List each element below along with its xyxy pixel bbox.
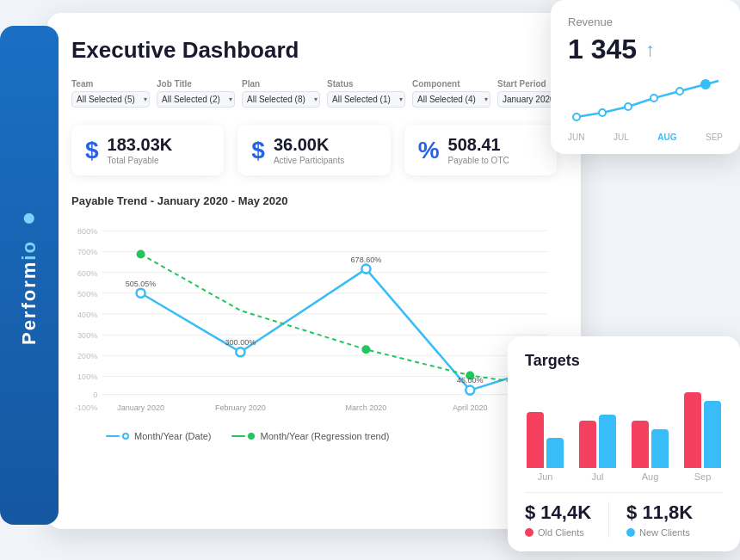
targets-group-jun [525, 391, 565, 468]
legend-circle-green [248, 433, 255, 440]
targets-month-jul: Jul [577, 471, 618, 482]
sidebar-logo: Performio ● [15, 205, 43, 345]
bar-aug-cyan [651, 429, 669, 468]
targets-card: Targets [508, 336, 740, 551]
revenue-chart-svg [568, 74, 723, 126]
new-clients-label: New Clients [626, 527, 693, 538]
filter-plan: Plan All Selected (8) [242, 79, 320, 108]
month-jul: JUL [614, 132, 629, 142]
svg-text:-100%: -100% [75, 403, 97, 412]
metric-value-1: 183.03K [108, 135, 173, 154]
legend-line-solid [106, 435, 120, 437]
filter-component-select[interactable]: All Selected (4) [412, 91, 490, 108]
bar-pair-sep [684, 391, 721, 468]
metric-total-payable: $ 183.03K Total Payable [71, 125, 224, 175]
month-jun: JUN [568, 132, 584, 142]
svg-text:800%: 800% [77, 227, 97, 236]
month-aug: AUG [657, 132, 676, 142]
filter-team-select[interactable]: All Selected (5) [71, 91, 150, 108]
svg-point-22 [466, 386, 474, 395]
filter-jobtitle: Job Title All Selected (2) [157, 79, 235, 108]
svg-text:0: 0 [93, 391, 97, 399]
targets-month-aug: Aug [630, 471, 670, 482]
targets-group-sep [682, 391, 723, 468]
svg-text:400%: 400% [77, 311, 97, 319]
svg-point-19 [137, 289, 145, 298]
percent-icon: % [418, 137, 440, 164]
svg-text:505.05%: 505.05% [126, 280, 157, 288]
bar-sep-red [684, 392, 701, 468]
bar-pair-jul [579, 391, 616, 468]
targets-values-separator [608, 502, 609, 538]
bar-jun-red [527, 412, 544, 468]
dollar-icon-2: $ [251, 137, 265, 164]
sidebar: Performio ● [0, 26, 59, 525]
targets-group-jul [577, 391, 618, 468]
legend-item-main: Month/Year (Date) [106, 431, 211, 441]
svg-text:300.00%: 300.00% [225, 338, 256, 347]
revenue-label: Revenue [568, 15, 723, 28]
targets-month-labels: Jun Jul Aug Sep [525, 471, 723, 482]
old-clients-block: $ 14,4K Old Clients [525, 502, 591, 538]
filter-status-label: Status [327, 79, 405, 89]
svg-text:600%: 600% [77, 269, 97, 278]
filter-startperiod-select[interactable]: January 2020 [497, 91, 557, 108]
targets-month-sep: Sep [682, 471, 723, 482]
new-clients-dot [626, 528, 635, 537]
revenue-card: Revenue 1 345 ↑ JUN JUL AUG SEP [551, 0, 740, 154]
filter-component: Component All Selected (4) [412, 79, 490, 108]
filter-jobtitle-select[interactable]: All Selected (2) [157, 91, 235, 108]
svg-text:700%: 700% [77, 248, 97, 256]
filter-status-select[interactable]: All Selected (1) [327, 91, 405, 108]
targets-title: Targets [525, 352, 723, 370]
filter-component-label: Component [412, 79, 490, 89]
svg-text:678.60%: 678.60% [351, 255, 382, 264]
metric-active-participants: $ 36.00K Active Participants [237, 125, 390, 175]
trend-chart-svg: 800% 700% 600% 500% 400% 300% 200% 100% … [71, 216, 557, 422]
old-clients-dot [525, 528, 533, 537]
metric-label-1: Total Payable [108, 156, 173, 165]
main-dashboard-card: Executive Dashboard Team All Selected (5… [47, 13, 581, 529]
filter-status: Status All Selected (1) [327, 79, 405, 108]
svg-text:500%: 500% [77, 290, 97, 298]
filter-plan-select[interactable]: All Selected (8) [242, 91, 320, 108]
svg-text:March 2020: March 2020 [346, 403, 387, 412]
bar-pair-jun [527, 391, 564, 468]
chart-title: Payable Trend - January 2020 - May 2020 [71, 194, 557, 207]
metric-value-2: 36.00K [274, 135, 344, 154]
filter-plan-label: Plan [242, 79, 320, 89]
metric-payable-otc: % 508.41 Payable to OTC [404, 125, 557, 175]
bar-jul-cyan [599, 415, 616, 468]
targets-values: $ 14,4K Old Clients $ 11,8K New Clients [525, 502, 723, 538]
filter-startperiod: Start Period January 2020 [497, 79, 557, 108]
new-clients-amount: $ 11,8K [626, 502, 693, 524]
svg-point-20 [236, 348, 244, 356]
svg-point-35 [573, 114, 580, 120]
revenue-up-arrow-icon: ↑ [645, 39, 655, 61]
revenue-value-row: 1 345 ↑ [568, 34, 723, 65]
targets-bars-area [525, 382, 723, 468]
svg-point-25 [362, 346, 369, 353]
svg-text:200%: 200% [77, 352, 97, 360]
bar-jun-cyan [546, 438, 564, 468]
svg-point-37 [625, 103, 632, 110]
filter-startperiod-label: Start Period [497, 79, 557, 89]
svg-text:April 2020: April 2020 [453, 403, 488, 412]
revenue-value: 1 345 [568, 34, 637, 65]
metric-label-2: Active Participants [274, 156, 344, 165]
old-clients-amount: $ 14,4K [525, 502, 591, 524]
old-clients-label: Old Clients [525, 527, 591, 538]
old-clients-text: Old Clients [538, 527, 584, 538]
metric-label-3: Payable to OTC [448, 156, 509, 165]
month-sep: SEP [706, 132, 723, 142]
svg-text:100%: 100% [77, 373, 97, 382]
chart-legend: Month/Year (Date) Month/Year (Regression… [71, 431, 557, 441]
svg-text:January 2020: January 2020 [117, 403, 164, 412]
svg-text:300%: 300% [77, 331, 97, 340]
metrics-row: $ 183.03K Total Payable $ 36.00K Active … [71, 125, 557, 175]
svg-text:February 2020: February 2020 [215, 403, 266, 412]
chart-area: 800% 700% 600% 500% 400% 300% 200% 100% … [71, 216, 557, 422]
targets-group-aug [630, 391, 670, 468]
filter-team-label: Team [71, 79, 150, 89]
svg-point-24 [138, 250, 145, 257]
